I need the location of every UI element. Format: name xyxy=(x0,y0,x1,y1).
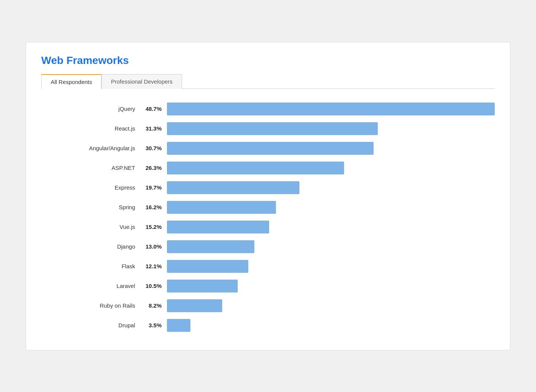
bar-container xyxy=(167,319,495,332)
chart-row: Drupal3.5% xyxy=(41,319,495,332)
bar xyxy=(167,162,344,174)
bar-container xyxy=(167,122,495,135)
chart-row: jQuery48.7% xyxy=(41,103,495,115)
bar xyxy=(167,240,254,253)
bar-percentage: 16.2% xyxy=(140,204,167,210)
chart-row: Express19.7% xyxy=(41,181,495,194)
bar-label: Angular/Angular.js xyxy=(41,145,140,151)
chart-row: Vue.js15.2% xyxy=(41,221,495,233)
bar xyxy=(167,280,238,292)
bar-label: Ruby on Rails xyxy=(41,302,140,309)
bar-container xyxy=(167,162,495,174)
bar-percentage: 31.3% xyxy=(140,125,167,132)
bar-percentage: 15.2% xyxy=(140,224,167,230)
bar-label: Express xyxy=(41,184,140,191)
chart-row: Django13.0% xyxy=(41,240,495,253)
tabs-container: All Respondents Professional Developers xyxy=(41,74,495,89)
bar-container xyxy=(167,103,495,115)
tab-professional-developers[interactable]: Professional Developers xyxy=(101,74,182,89)
card: Web Frameworks All Respondents Professio… xyxy=(26,42,510,350)
chart-row: Ruby on Rails8.2% xyxy=(41,299,495,312)
bar xyxy=(167,319,190,332)
chart-row: React.js31.3% xyxy=(41,122,495,135)
chart-row: ASP.NET26.3% xyxy=(41,162,495,174)
bar-label: Vue.js xyxy=(41,224,140,230)
bar xyxy=(167,299,222,312)
bar-container xyxy=(167,221,495,233)
bar-container xyxy=(167,240,495,253)
chart-row: Spring16.2% xyxy=(41,201,495,214)
tab-all-respondents[interactable]: All Respondents xyxy=(41,74,101,89)
bar-label: React.js xyxy=(41,125,140,132)
bar-percentage: 12.1% xyxy=(140,263,167,269)
chart-row: Angular/Angular.js30.7% xyxy=(41,142,495,155)
bar xyxy=(167,260,248,273)
bar-label: Spring xyxy=(41,204,140,210)
page-title: Web Frameworks xyxy=(41,54,495,67)
bar-percentage: 26.3% xyxy=(140,165,167,171)
chart-row: Laravel10.5% xyxy=(41,280,495,292)
bar-label: jQuery xyxy=(41,106,140,112)
chart-row: Flask12.1% xyxy=(41,260,495,273)
bar-label: Flask xyxy=(41,263,140,269)
bar-percentage: 48.7% xyxy=(140,106,167,112)
bar-percentage: 3.5% xyxy=(140,322,167,328)
bar-percentage: 10.5% xyxy=(140,283,167,289)
bar-container xyxy=(167,280,495,292)
bar-percentage: 13.0% xyxy=(140,243,167,250)
bar xyxy=(167,142,374,155)
bar xyxy=(167,201,276,214)
bar-percentage: 8.2% xyxy=(140,302,167,309)
bar-label: Django xyxy=(41,243,140,250)
bar xyxy=(167,122,378,135)
bar-label: ASP.NET xyxy=(41,165,140,171)
bar-container xyxy=(167,260,495,273)
bar-container xyxy=(167,299,495,312)
bar xyxy=(167,221,269,233)
bar-container xyxy=(167,201,495,214)
bar xyxy=(167,181,299,194)
bar-percentage: 19.7% xyxy=(140,184,167,191)
chart-area: jQuery48.7%React.js31.3%Angular/Angular.… xyxy=(41,103,495,332)
bar-percentage: 30.7% xyxy=(140,145,167,151)
bar-container xyxy=(167,181,495,194)
bar-label: Drupal xyxy=(41,322,140,328)
bar-label: Laravel xyxy=(41,283,140,289)
bar-container xyxy=(167,142,495,155)
bar xyxy=(167,103,495,115)
